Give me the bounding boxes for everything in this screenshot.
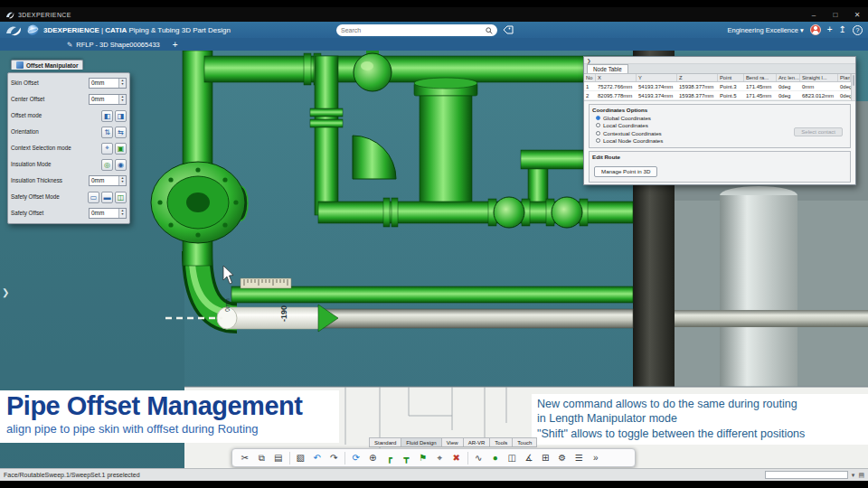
section-icon[interactable]: ◫ xyxy=(505,454,521,463)
spinner-arrows-icon[interactable]: ▲▼ xyxy=(118,95,126,104)
sphere-icon[interactable]: ● xyxy=(487,454,504,463)
command-input[interactable] xyxy=(765,471,848,479)
field-row: Safety Offset 0mm▲▼ xyxy=(11,205,127,221)
toolbar-tab-tools[interactable]: Tools xyxy=(489,437,512,447)
target-icon[interactable]: ⌖ xyxy=(432,454,448,463)
titlebar: 3DEXPERIENCE – □ ✕ xyxy=(0,7,868,22)
titlebar-brand: 3DEXPERIENCE xyxy=(0,11,71,19)
node-panel-header: ❯ xyxy=(584,57,855,64)
toolbar-tab-fluid-design[interactable]: Fluid Design xyxy=(401,437,440,447)
panel-expander-icon[interactable]: ❯ xyxy=(2,287,9,297)
context-face-icon[interactable]: ▣ xyxy=(115,143,127,155)
compass-icon[interactable] xyxy=(27,24,39,36)
insulation-thickness-input[interactable]: 0mm▲▼ xyxy=(89,175,127,186)
minimize-button[interactable]: – xyxy=(803,7,825,22)
orientation-vertical-icon[interactable]: ⇅ xyxy=(101,127,113,138)
copy-icon[interactable]: ⧉ xyxy=(254,454,270,463)
paste-icon[interactable]: ▤ xyxy=(270,454,287,463)
grid-icon[interactable]: ⊞ xyxy=(538,454,554,463)
close-button[interactable]: ✕ xyxy=(846,7,868,22)
toolbar-separator xyxy=(289,452,290,465)
edit-pencil-icon: ✎ xyxy=(67,41,72,49)
page-icon[interactable]: ▤ xyxy=(858,472,864,479)
field-label: Safety Offset xyxy=(11,211,87,217)
edit-route-group: Edit Route Manage Point in 3D xyxy=(589,151,851,183)
search-icon[interactable] xyxy=(486,27,493,34)
document-tab[interactable]: ✎ RFLP - 3D Shape00065433 xyxy=(67,41,160,49)
share-icon[interactable]: ↥ xyxy=(839,25,846,34)
table-row[interactable]: 175272.766mm54193.374mm15938.377mmPoint.… xyxy=(584,82,851,91)
safety-none-icon[interactable]: ▭ xyxy=(88,192,99,203)
coordinates-options-group: Coordinates Options Global Coordinates L… xyxy=(589,104,851,148)
route-pipe-icon[interactable]: ┏ xyxy=(382,454,398,463)
add-content-button[interactable]: + xyxy=(827,25,833,34)
format-painter-icon[interactable]: ▧ xyxy=(293,454,309,463)
top-horizontal-pipe xyxy=(204,56,633,82)
offset-mode-center-icon[interactable]: ◨ xyxy=(115,110,127,122)
spinner-arrows-icon[interactable]: ▲▼ xyxy=(118,79,126,88)
spline-icon[interactable]: ∿ xyxy=(471,454,487,463)
search-bar[interactable] xyxy=(336,24,497,36)
user-avatar[interactable] xyxy=(810,24,821,35)
chevron-down-icon: ▾ xyxy=(800,26,804,34)
length-manipulator-ruler[interactable] xyxy=(241,278,291,288)
safety-half-icon[interactable]: ▬ xyxy=(101,192,113,203)
spinner-arrows-icon[interactable]: ▲▼ xyxy=(118,176,126,185)
center-offset-input[interactable]: 0mm▲▼ xyxy=(89,94,127,105)
toolbar-separator xyxy=(344,452,345,465)
measure-icon[interactable]: ∡ xyxy=(521,454,537,463)
toolbar-tab-touch[interactable]: Touch xyxy=(512,437,537,447)
skin-offset-input[interactable]: 0mm▲▼ xyxy=(89,78,127,89)
gray-vessel[interactable] xyxy=(720,195,797,399)
context-target-icon[interactable]: ⌖ xyxy=(101,143,113,155)
gear-icon[interactable]: ⚙ xyxy=(554,454,571,463)
radio-local-node-coordinates[interactable]: Local Node Coordinates xyxy=(592,137,847,145)
branch-icon[interactable]: ┳ xyxy=(399,454,415,463)
chevron-down-icon[interactable]: ▾ xyxy=(852,472,855,479)
field-label: Center Offset xyxy=(11,97,87,103)
toolbar-tab-ar-vr[interactable]: AR-VR xyxy=(463,437,490,447)
orientation-horizontal-icon[interactable]: ⇆ xyxy=(115,127,127,138)
field-label: Orientation xyxy=(11,129,99,136)
collab-space-selector[interactable]: Engineering Excellence ▾ xyxy=(728,26,804,34)
new-tab-button[interactable]: + xyxy=(173,40,178,50)
update-icon[interactable]: ⟳ xyxy=(348,454,364,463)
collapse-chevron-icon[interactable]: ❯ xyxy=(587,58,591,63)
table-scrollbar[interactable] xyxy=(851,74,855,100)
manage-point-3d-button[interactable]: Manage Point in 3D xyxy=(594,166,657,177)
node-table: NoXYZPointBend ra...Arc len...Straight l… xyxy=(584,74,855,101)
spinner-arrows-icon[interactable]: ▲▼ xyxy=(118,209,126,218)
insulation-on-icon[interactable]: ◎ xyxy=(101,159,113,171)
insert-icon[interactable]: ⊕ xyxy=(365,454,382,463)
cut-icon[interactable]: ✂ xyxy=(237,454,253,463)
letterbox-top xyxy=(0,0,868,7)
app-header-left: 3DEXPERIENCE | CATIA Piping & Tubing 3D … xyxy=(5,22,231,38)
table-header-row: NoXYZPointBend ra...Arc len...Straight l… xyxy=(584,74,851,82)
action-bar: ✂ ⧉ ▤ ▧ ↶ ↷ ⟳ ⊕ ┏ ┳ ⚑ ⌖ ✖ ∿ ● ◫ ∡ ⊞ ⚙ ☰ … xyxy=(231,448,636,467)
select-contact-button[interactable]: Select contact xyxy=(794,127,843,136)
flag-icon[interactable]: ⚑ xyxy=(415,454,431,463)
search-input[interactable] xyxy=(341,27,486,33)
inline-valve-1 xyxy=(494,197,524,228)
safety-offset-input[interactable]: 0mm▲▼ xyxy=(89,208,127,219)
layers-icon[interactable]: ☰ xyxy=(571,454,588,463)
redo-icon[interactable]: ↷ xyxy=(326,454,343,463)
insulation-off-icon[interactable]: ◉ xyxy=(115,159,127,171)
radio-icon xyxy=(596,123,600,127)
maximize-button[interactable]: □ xyxy=(825,7,846,22)
tag-icon[interactable] xyxy=(503,25,514,34)
safety-full-icon[interactable]: ◫ xyxy=(115,192,127,203)
radio-global-coordinates[interactable]: Global Coordinates xyxy=(592,114,847,122)
more-icon[interactable]: » xyxy=(588,454,604,463)
table-row[interactable]: 282095.778mm54193.374mm15938.377mmPoint.… xyxy=(584,91,851,100)
field-label: Skin Offset xyxy=(11,80,87,87)
tab-node-table[interactable]: Node Table xyxy=(587,64,628,73)
help-icon[interactable]: ? xyxy=(853,25,863,35)
undo-icon[interactable]: ↶ xyxy=(309,454,326,463)
offset-mode-skin-icon[interactable]: ◧ xyxy=(101,110,113,122)
offset-manipulator-panel: Offset Manipulator Skin Offset 0mm▲▼ Cen… xyxy=(7,56,130,224)
toolbar-tab-view[interactable]: View xyxy=(441,437,463,447)
toolbar-tab-standard[interactable]: Standard xyxy=(369,437,401,447)
clear-selection-icon[interactable]: ✖ xyxy=(448,454,465,463)
document-tabbar: ✎ RFLP - 3D Shape00065433 + xyxy=(0,38,868,51)
